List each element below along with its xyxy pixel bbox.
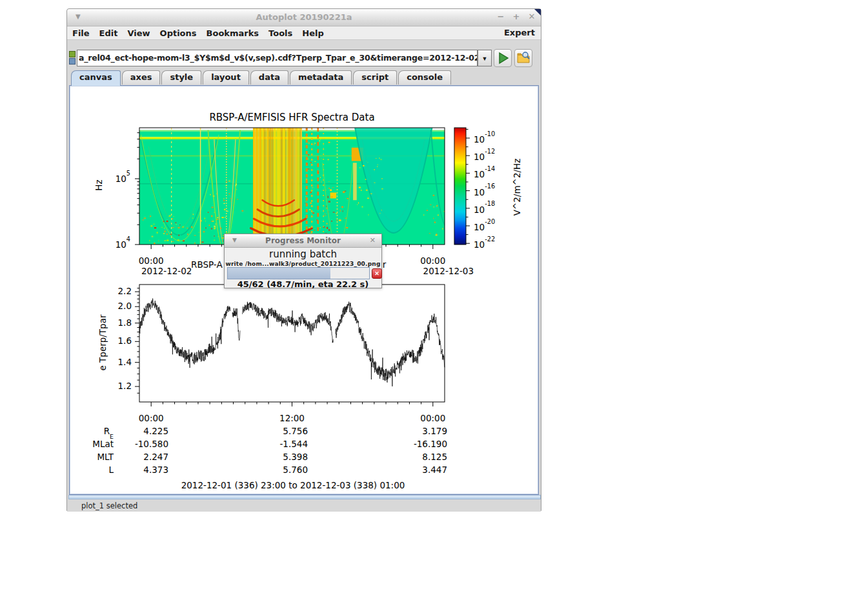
go-play-button[interactable] <box>494 49 512 67</box>
table-row-label-R: RE <box>75 426 114 438</box>
expert-menu[interactable]: Expert <box>504 28 535 37</box>
colorbar-tick-10e-16: 10-16 <box>474 186 507 197</box>
table-value-r2c1: 5.398 <box>256 452 308 462</box>
table-value-r2c0: 2.247 <box>117 452 168 462</box>
progress-detail-label: write /hom...walk3/product_20121223_00.p… <box>225 261 381 267</box>
minimize-button[interactable]: − <box>495 12 507 21</box>
plot1-ylabel: Hz <box>94 172 104 198</box>
horizontal-scrollbar[interactable] <box>68 495 541 499</box>
table-value-r0c1: 5.756 <box>256 426 308 436</box>
table-value-r3c0: 4.373 <box>117 465 168 475</box>
tab-script[interactable]: script <box>353 70 397 85</box>
colorbar-tick-10e-12: 10-12 <box>474 150 507 162</box>
play-icon <box>494 50 511 66</box>
tab-style[interactable]: style <box>161 70 201 85</box>
chevron-down-icon: ▼ <box>478 55 491 62</box>
uri-text: a_rel04_ect-hope-mom-l3_$Y$m$d_v$(v,sep)… <box>79 53 478 63</box>
plot2-ytick-2: 2.0 <box>107 301 132 311</box>
table-value-r0c0: 4.225 <box>117 426 168 436</box>
plot2-frame <box>139 285 445 402</box>
menu-help[interactable]: Help <box>298 27 328 38</box>
plot1-xtick-time-0: 00:00 <box>132 255 170 266</box>
table-value-r1c1: -1.544 <box>256 439 308 449</box>
table-row-label-L: L <box>75 465 114 475</box>
menu-bookmarks[interactable]: Bookmarks <box>202 27 264 38</box>
plot2-xtick-2: 00:00 <box>414 413 452 423</box>
colorbar-tick-10e-10: 10-10 <box>474 133 507 145</box>
plot2-ytick-2.2: 2.2 <box>107 286 132 296</box>
progress-monitor-dialog[interactable]: ▼ Progress Monitor ✕ running batch write… <box>224 234 382 288</box>
dialog-title: Progress Monitor <box>225 236 381 245</box>
colorbar-tick-10e-18: 10-18 <box>474 203 507 215</box>
plot1-xtick-date-2: 2012-12-03 <box>416 266 481 276</box>
desktop: ▼ Autoplot 20190221a − + ✕ Expert FileEd… <box>0 0 868 591</box>
window-titlebar[interactable]: ▼ Autoplot 20190221a − + ✕ <box>67 9 541 26</box>
colorbar-ticks <box>466 129 470 243</box>
table-value-r2c2: 8.125 <box>396 452 447 462</box>
data-source-blue-square <box>69 58 76 65</box>
menu-options[interactable]: Options <box>156 27 201 38</box>
colorbar <box>454 128 466 245</box>
menu-bar: Expert FileEditViewOptionsBookmarksTools… <box>67 26 541 40</box>
stop-button[interactable]: ✕ <box>372 268 382 279</box>
folder-magnifier-icon <box>515 50 532 66</box>
plot2-ytick-1.2: 1.2 <box>107 381 132 391</box>
table-value-r3c1: 5.760 <box>256 465 308 475</box>
plot2-ytick-1.6: 1.6 <box>107 336 132 346</box>
plot2-ylabel: e Tperp/Tpar <box>97 304 108 381</box>
table-value-r1c0: -10.580 <box>117 439 168 449</box>
tab-layout[interactable]: layout <box>203 70 249 85</box>
progress-count-label: 45/62 (48.7/min, eta 22.2 s) <box>225 279 381 289</box>
menu-file[interactable]: File <box>68 27 94 38</box>
colorbar-tick-10e-20: 10-20 <box>474 221 507 232</box>
plot2-ytick-1.8: 1.8 <box>107 317 132 328</box>
window-title: Autoplot 20190221a <box>67 12 541 22</box>
plot1-title: RBSP-A/EMFISIS HFR Spectra Data <box>139 112 445 123</box>
time-range-caption: 2012-12-01 (336) 23:00 to 2012-12-03 (33… <box>164 480 422 490</box>
desktop-corner-artifact <box>534 9 541 15</box>
menu-view[interactable]: View <box>123 27 154 38</box>
status-bar: plot_1 selected <box>67 499 541 512</box>
table-row-label-MLT: MLT <box>75 452 114 462</box>
data-source-type-icon <box>69 50 76 65</box>
plot2-xtick-1: 12:00 <box>273 413 312 423</box>
table-row-label-MLat: MLat <box>75 439 114 449</box>
inspect-uri-button[interactable] <box>514 49 532 67</box>
colorbar-tick-10e-14: 10-14 <box>474 168 507 179</box>
tab-console[interactable]: console <box>398 70 451 85</box>
data-source-green-square <box>69 51 76 57</box>
progress-bar-fill <box>228 268 330 279</box>
menu-tools[interactable]: Tools <box>264 27 297 38</box>
plot1-ytick-10e4: 104 <box>106 238 130 250</box>
plot-canvas[interactable]: RBSP-A/EMFISIS HFR Spectra Data Hz V^2/m… <box>69 85 539 495</box>
dialog-titlebar[interactable]: ▼ Progress Monitor ✕ <box>225 234 381 248</box>
dialog-close-icon[interactable]: ✕ <box>370 236 376 245</box>
menu-edit[interactable]: Edit <box>95 27 123 38</box>
table-value-r3c2: 3.447 <box>396 465 447 475</box>
colorbar-tick-10e-22: 10-22 <box>474 238 507 250</box>
table-value-r0c2: 3.179 <box>396 426 447 436</box>
plot2-ytick-1.4: 1.4 <box>107 357 132 367</box>
plot1-ytick-10e5: 105 <box>106 172 130 184</box>
tab-data[interactable]: data <box>250 70 288 85</box>
maximize-button[interactable]: + <box>510 12 522 21</box>
tab-axes[interactable]: axes <box>122 70 161 85</box>
tab-metadata[interactable]: metadata <box>290 70 352 85</box>
tab-canvas[interactable]: canvas <box>71 70 121 86</box>
plot1-xtick-date-0: 2012-12-02 <box>134 266 199 276</box>
uri-dropdown-button[interactable]: ▼ <box>478 50 492 66</box>
plot1-xtick-time-2: 00:00 <box>414 255 452 266</box>
plot2-xtick-0: 00:00 <box>132 413 170 423</box>
progress-task-label: running batch <box>225 248 381 260</box>
spectrogram-image <box>139 125 463 249</box>
progress-bar <box>227 267 370 279</box>
colorbar-label: V^2/m^2/Hz <box>512 152 522 223</box>
table-value-r1c2: -16.190 <box>396 439 447 449</box>
tab-bar: canvasaxesstylelayoutdatametadatascriptc… <box>71 70 452 85</box>
uri-input[interactable]: a_rel04_ect-hope-mom-l3_$Y$m$d_v$(v,sep)… <box>77 50 478 66</box>
status-text: plot_1 selected <box>81 501 137 510</box>
